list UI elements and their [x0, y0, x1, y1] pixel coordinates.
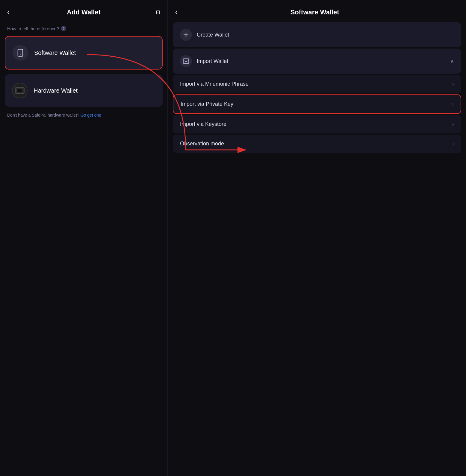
software-wallet-card[interactable]: Software Wallet [5, 36, 163, 70]
left-back-button[interactable]: ‹ [7, 8, 9, 16]
right-header: ‹ Software Wallet [168, 0, 466, 22]
right-back-button[interactable]: ‹ [175, 8, 177, 16]
left-panel: ‹ Add Wallet ⊡ How to tell the differenc… [0, 0, 168, 476]
hardware-wallet-icon-wrapper [12, 83, 28, 98]
import-keystore-item[interactable]: Import via Keystore › [173, 115, 461, 133]
help-icon[interactable]: ? [61, 26, 66, 31]
expand-button[interactable]: ⊡ [156, 9, 160, 16]
import-mnemonic-label: Import via Mnemonic Phrase [180, 81, 447, 87]
right-panel: ‹ Software Wallet Create Wallet [168, 0, 466, 476]
import-mnemonic-item[interactable]: Import via Mnemonic Phrase › [173, 75, 461, 93]
import-wallet-label: Import Wallet [197, 58, 445, 64]
import-wallet-item[interactable]: Import Wallet ∧ [173, 49, 461, 74]
how-to-label: How to tell the difference? [7, 26, 59, 31]
svg-rect-0 [18, 49, 23, 56]
hardware-wallet-card[interactable]: Hardware Wallet [5, 74, 163, 107]
import-private-key-label: Import via Private Key [181, 101, 447, 107]
right-title: Software Wallet [182, 8, 447, 16]
create-wallet-label: Create Wallet [197, 32, 454, 38]
get-one-link[interactable]: Go get one [81, 113, 101, 118]
menu-list: Create Wallet Import Wallet ∧ Import via… [168, 22, 466, 153]
footer-section: Don't have a SafePal hardware wallet? Go… [0, 112, 167, 119]
create-wallet-icon [180, 29, 192, 41]
import-keystore-label: Import via Keystore [180, 121, 447, 127]
left-header: ‹ Add Wallet ⊡ [0, 0, 167, 22]
svg-rect-3 [17, 89, 22, 92]
phone-icon [16, 49, 25, 57]
software-wallet-label: Software Wallet [34, 49, 76, 56]
observation-mode-item[interactable]: Observation mode › [173, 135, 461, 153]
import-private-key-item[interactable]: Import via Private Key › [173, 94, 461, 114]
import-keystore-chevron: › [452, 121, 454, 127]
import-wallet-icon [180, 55, 192, 67]
observation-mode-chevron: › [452, 141, 454, 147]
import-private-key-chevron: › [452, 101, 453, 107]
hardware-icon [15, 87, 25, 94]
how-to-section: How to tell the difference? ? [0, 22, 167, 36]
import-mnemonic-chevron: › [452, 81, 454, 87]
observation-mode-label: Observation mode [180, 141, 447, 147]
import-wallet-chevron-up: ∧ [450, 58, 454, 64]
software-wallet-icon-wrapper [13, 45, 28, 61]
create-wallet-item[interactable]: Create Wallet [173, 22, 461, 47]
svg-point-4 [16, 90, 17, 91]
left-title: Add Wallet [67, 8, 101, 16]
footer-text: Don't have a SafePal hardware wallet? [7, 113, 79, 118]
hardware-wallet-label: Hardware Wallet [34, 87, 78, 94]
